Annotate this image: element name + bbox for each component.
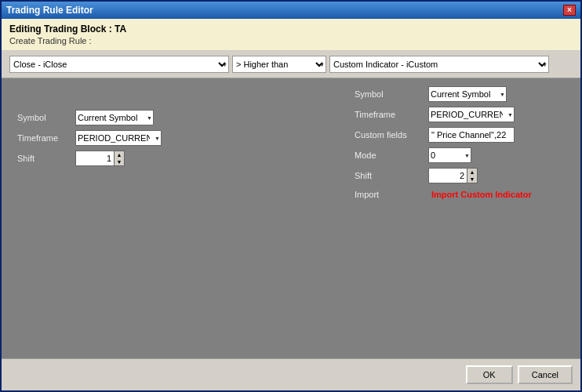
ok-button[interactable]: OK xyxy=(466,365,513,384)
left-symbol-label: Symbol xyxy=(17,113,72,122)
right-panel: Symbol Current Symbol EURUSD GBPUSD Time… xyxy=(355,86,566,205)
header-subtitle: Create Trading Rule : xyxy=(9,36,573,45)
right-shift-buttons: ▲ ▼ xyxy=(467,168,478,183)
left-timeframe-select-wrapper: PERIOD_CURRENT M1 H1 D1 xyxy=(75,130,162,146)
header-title: Editing Trading Block : TA xyxy=(9,24,573,34)
indicator-wrapper: Custom Indicator - iCustom MA RSI Stocha… xyxy=(329,56,549,73)
right-mode-label: Mode xyxy=(355,151,425,160)
left-shift-row: Shift ▲ ▼ xyxy=(17,151,190,166)
left-panel: Symbol Current Symbol EURUSD GBPUSD Time… xyxy=(17,110,190,171)
trading-rule-editor-window: Trading Rule Editor × Editing Trading Bl… xyxy=(0,0,582,392)
right-timeframe-select-wrapper: PERIOD_CURRENT M1 H1 D1 xyxy=(428,107,515,122)
left-symbol-select[interactable]: Current Symbol EURUSD GBPUSD xyxy=(75,110,154,125)
right-symbol-row: Symbol Current Symbol EURUSD GBPUSD xyxy=(355,86,566,102)
header-area: Editing Trading Block : TA Create Tradin… xyxy=(2,19,580,51)
condition-left-select[interactable]: Close - iClose Open High Low xyxy=(9,56,229,73)
right-symbol-label: Symbol xyxy=(355,89,425,99)
right-mode-select[interactable]: 0 1 2 3 xyxy=(428,147,471,163)
left-timeframe-select[interactable]: PERIOD_CURRENT M1 H1 D1 xyxy=(75,130,162,146)
title-bar: Trading Rule Editor × xyxy=(2,2,580,19)
left-shift-up-button[interactable]: ▲ xyxy=(115,151,124,158)
right-shift-up-button[interactable]: ▲ xyxy=(467,169,477,176)
main-content: Symbol Current Symbol EURUSD GBPUSD Time… xyxy=(2,78,580,358)
right-import-row: Import Import Custom Indicator xyxy=(355,188,566,201)
left-shift-input[interactable] xyxy=(75,151,115,166)
condition-left-wrapper: Close - iClose Open High Low xyxy=(9,56,229,73)
right-custom-fields-label: Custom fields xyxy=(355,130,425,140)
right-shift-input[interactable] xyxy=(428,168,467,183)
left-shift-spinner: ▲ ▼ xyxy=(75,151,125,166)
left-shift-down-button[interactable]: ▼ xyxy=(115,158,124,165)
operator-select[interactable]: > Higher than < Lower than = Equals xyxy=(232,56,326,73)
operator-wrapper: > Higher than < Lower than = Equals xyxy=(232,56,326,73)
toolbar-row: Close - iClose Open High Low > Higher th… xyxy=(2,51,580,78)
right-shift-down-button[interactable]: ▼ xyxy=(467,176,477,183)
right-timeframe-row: Timeframe PERIOD_CURRENT M1 H1 D1 xyxy=(355,107,566,122)
right-timeframe-select[interactable]: PERIOD_CURRENT M1 H1 D1 xyxy=(428,107,515,122)
indicator-select[interactable]: Custom Indicator - iCustom MA RSI Stocha… xyxy=(329,56,549,73)
left-timeframe-label: Timeframe xyxy=(17,133,72,143)
right-mode-select-wrapper: 0 1 2 3 xyxy=(428,147,471,163)
left-shift-label: Shift xyxy=(17,154,72,163)
left-timeframe-row: Timeframe PERIOD_CURRENT M1 H1 D1 xyxy=(17,130,190,146)
footer: OK Cancel xyxy=(2,358,580,390)
cancel-button[interactable]: Cancel xyxy=(518,365,573,384)
right-shift-label: Shift xyxy=(355,171,425,180)
left-shift-buttons: ▲ ▼ xyxy=(115,151,125,166)
right-import-label: Import xyxy=(355,190,425,199)
right-symbol-select[interactable]: Current Symbol EURUSD GBPUSD xyxy=(428,86,507,102)
right-shift-row: Shift ▲ ▼ xyxy=(355,168,566,183)
right-shift-spinner: ▲ ▼ xyxy=(428,168,478,183)
left-symbol-select-wrapper: Current Symbol EURUSD GBPUSD xyxy=(75,110,154,125)
window-title: Trading Rule Editor xyxy=(6,5,93,16)
right-timeframe-label: Timeframe xyxy=(355,110,425,119)
right-custom-fields-row: Custom fields xyxy=(355,127,566,143)
right-symbol-select-wrapper: Current Symbol EURUSD GBPUSD xyxy=(428,86,507,102)
close-button[interactable]: × xyxy=(563,5,576,16)
right-mode-row: Mode 0 1 2 3 xyxy=(355,147,566,163)
import-custom-indicator-button[interactable]: Import Custom Indicator xyxy=(428,188,535,201)
left-symbol-row: Symbol Current Symbol EURUSD GBPUSD xyxy=(17,110,190,125)
right-custom-fields-input[interactable] xyxy=(428,127,515,143)
